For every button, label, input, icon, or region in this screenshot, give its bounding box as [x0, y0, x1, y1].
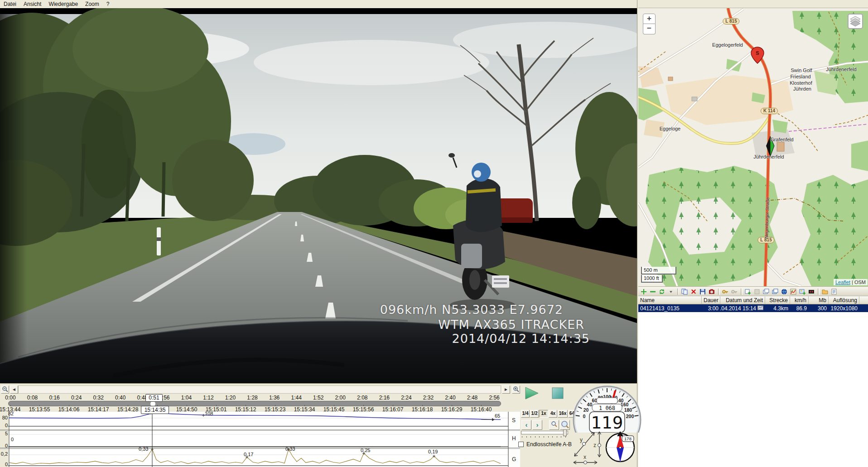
- cascade-button[interactable]: [762, 288, 770, 295]
- cell-Auflösung: 1920x1080: [829, 304, 859, 312]
- file-list-empty-area[interactable]: [638, 312, 868, 467]
- clock-tick: [422, 405, 423, 406]
- map-scale-metric: 500 m: [641, 267, 676, 274]
- speed-1/2-button[interactable]: 1/2: [530, 410, 539, 418]
- frame-add-button[interactable]: [744, 288, 752, 295]
- graph-label-s: S: [512, 417, 516, 424]
- key-button[interactable]: [721, 288, 729, 295]
- graph-axis-value: 5: [0, 431, 8, 436]
- delete-button[interactable]: [690, 288, 698, 295]
- map-panel[interactable]: S EggelogerfeldSwin GolfFrieslandKloster…: [638, 8, 868, 287]
- map-label: Jührdenerfeld: [753, 154, 784, 159]
- dropdown-icon: [667, 288, 675, 295]
- copy-button[interactable]: [680, 288, 689, 295]
- file-table-header: NameDauerDatum und ZeitStreckekm/hMbAufl…: [638, 296, 868, 304]
- column-header-Auflösung[interactable]: Auflösung: [829, 296, 859, 304]
- svg-text:20: 20: [583, 407, 589, 413]
- map-zoom-in-button[interactable]: +: [643, 14, 656, 24]
- loop-a-b-checkbox[interactable]: [518, 442, 524, 447]
- image-add-button[interactable]: [798, 288, 806, 295]
- time-label: 1:36: [269, 395, 280, 401]
- svg-text:200: 200: [626, 414, 634, 419]
- column-header-Dauer[interactable]: Dauer: [702, 296, 720, 304]
- timeline-zoom-in-button[interactable]: [512, 385, 520, 394]
- clock-tick: [304, 405, 305, 406]
- clock-tick: [393, 405, 393, 406]
- application-window: DateiAnsichtWiedergabeZoom?: [0, 0, 868, 467]
- timeline-scroll-right-button[interactable]: ►: [502, 385, 510, 394]
- graph-axis-value: 0: [0, 423, 8, 428]
- graph-value-annotation: 0,17: [244, 452, 253, 457]
- osm-link[interactable]: OSM: [854, 279, 866, 285]
- cell-km/h: 86.9: [790, 304, 809, 312]
- menu-item-ansicht[interactable]: Ansicht: [20, 0, 45, 8]
- toolbar-separator: [741, 289, 743, 295]
- next-frame-button[interactable]: ›: [532, 420, 542, 430]
- map-attribution: Leaflet | OSM: [834, 279, 868, 285]
- graph-zoom-in-button[interactable]: [560, 420, 570, 430]
- save-button[interactable]: [699, 288, 707, 295]
- speed-16x-button[interactable]: 16x: [558, 410, 568, 418]
- remove-button[interactable]: [649, 288, 657, 295]
- menu-item-datei[interactable]: Datei: [0, 0, 20, 8]
- menu-item-wiedergabe[interactable]: Wiedergabe: [45, 0, 82, 8]
- map-layers-button[interactable]: [848, 14, 863, 29]
- file-table: NameDauerDatum und ZeitStreckekm/hMbAufl…: [638, 296, 868, 312]
- add-button[interactable]: [640, 288, 648, 295]
- timeline-slider[interactable]: [8, 401, 501, 406]
- g-sensor-axis-widget[interactable]: y z x: [569, 427, 607, 466]
- cascade-shine-button[interactable]: [771, 288, 779, 295]
- delete-icon: [690, 288, 697, 295]
- speed-4x-button[interactable]: 4x: [549, 410, 557, 418]
- key-disabled-button[interactable]: [730, 288, 738, 295]
- map-label: Friesland: [790, 74, 810, 79]
- column-header-Name[interactable]: Name: [638, 296, 702, 304]
- speed-1x-button[interactable]: 1x: [539, 410, 548, 418]
- cell-Datum und Zeit: 12.04.2014 15:14: [720, 304, 765, 312]
- table-row[interactable]: 04121413_01353:0012.04.2014 15:144.3km86…: [638, 304, 868, 312]
- report-button[interactable]: [830, 288, 838, 295]
- column-header-km/h[interactable]: km/h: [790, 296, 809, 304]
- graph-zoom-out-button[interactable]: [549, 420, 559, 430]
- volume-tick: [548, 436, 549, 438]
- globe-button[interactable]: [780, 288, 788, 295]
- cell-Strecke: 4.3km: [765, 304, 790, 312]
- svg-text:0: 0: [583, 414, 586, 419]
- telemetry-graphs[interactable]: [0, 411, 521, 467]
- remove-icon: [649, 288, 656, 295]
- play-button[interactable]: [525, 387, 539, 400]
- timeline-position-tooltip: 0:51: [145, 394, 163, 402]
- leaflet-link[interactable]: Leaflet: [835, 279, 850, 285]
- prev-frame-button[interactable]: ‹: [521, 420, 531, 430]
- menu-item-help[interactable]: ?: [103, 0, 113, 8]
- snapshot-button[interactable]: [708, 288, 716, 295]
- playback-panel: ◄ ► 0:000:080:160:240:320:400:480:561:04…: [0, 383, 637, 467]
- speed-1/4-button[interactable]: 1/4: [521, 410, 530, 418]
- volume-slider-thumb[interactable]: [563, 429, 567, 436]
- video-export-button[interactable]: [807, 288, 815, 295]
- stop-button[interactable]: [552, 387, 564, 399]
- timeline-zoom-out-button[interactable]: [1, 385, 9, 394]
- column-header-spacer[interactable]: [859, 296, 868, 304]
- graph-axis-value: 0: [0, 443, 8, 448]
- menu-item-zoom[interactable]: Zoom: [82, 0, 103, 8]
- dropdown-button[interactable]: [667, 288, 675, 295]
- volume-tick: [530, 436, 531, 438]
- track-chart-button[interactable]: [789, 288, 797, 295]
- cell-Name: 04121413_0135: [638, 304, 702, 312]
- column-header-Datum und Zeit[interactable]: Datum und Zeit: [720, 296, 765, 304]
- blank-button[interactable]: [753, 288, 761, 295]
- globe-icon: [781, 288, 788, 295]
- timeline-scrollbar-track[interactable]: [18, 385, 501, 394]
- video-player-area[interactable]: 096km/h N53.3033 E7.9672WTM AX365 ITRACK…: [0, 8, 637, 383]
- map-zoom-out-button[interactable]: −: [643, 24, 656, 34]
- folder-button[interactable]: [821, 288, 829, 295]
- graph-value-annotation: 65: [495, 413, 500, 419]
- volume-tick: [535, 436, 535, 438]
- timeline-scroll-left-button[interactable]: ◄: [10, 385, 18, 394]
- clock-tick: [187, 405, 187, 406]
- volume-slider[interactable]: [521, 431, 568, 434]
- column-header-Strecke[interactable]: Strecke: [765, 296, 790, 304]
- refresh-button[interactable]: [658, 288, 666, 295]
- column-header-Mb[interactable]: Mb: [809, 296, 829, 304]
